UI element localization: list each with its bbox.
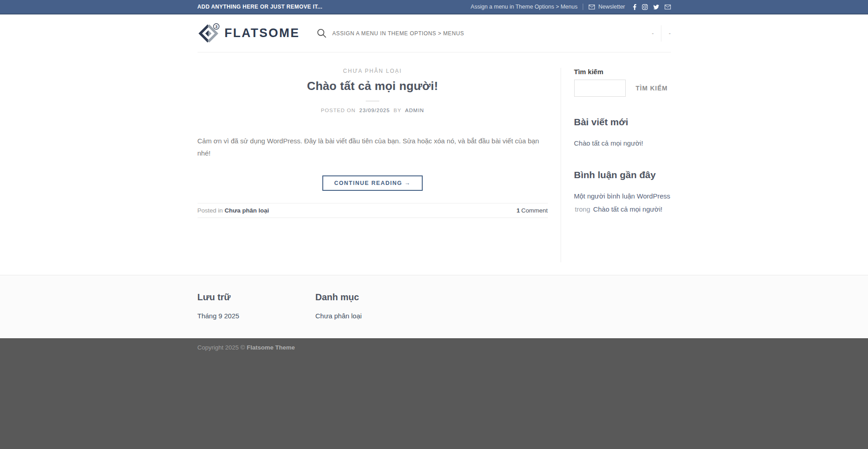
instagram-icon[interactable] bbox=[642, 4, 648, 10]
search-widget: Tìm kiếm TÌM KIẾM bbox=[574, 68, 671, 97]
comments-link[interactable]: 1Comment bbox=[516, 207, 547, 214]
newsletter-label: Newsletter bbox=[598, 4, 625, 10]
account-link[interactable]: - bbox=[652, 30, 654, 37]
header-menu-notice[interactable]: ASSIGN A MENU IN THEME OPTIONS > MENUS bbox=[332, 30, 464, 37]
recent-posts-title: Bài viết mới bbox=[574, 117, 671, 128]
envelope-icon bbox=[589, 5, 595, 9]
recent-comments-title: Bình luận gần đây bbox=[574, 170, 671, 180]
site-logo[interactable]: 3 FLATSOME bbox=[198, 23, 300, 44]
main-content: CHƯA PHÂN LOẠI Chào tất cả mọi người! PO… bbox=[0, 52, 868, 275]
categories-widget: Danh mục Chưa phân loại bbox=[316, 292, 434, 320]
comments-label: Comment bbox=[521, 207, 548, 214]
assign-menu-link[interactable]: Assign a menu in Theme Options > Menus bbox=[471, 4, 577, 10]
twitter-icon[interactable] bbox=[653, 4, 659, 10]
recent-comment-item: Một người bình luận WordPress trong Chào… bbox=[574, 189, 671, 216]
categories-title: Danh mục bbox=[316, 292, 434, 302]
post-category-link[interactable]: CHƯA PHÂN LOẠI bbox=[343, 68, 402, 74]
flatsome-diamond-icon: 3 bbox=[198, 23, 220, 44]
by-label: BY bbox=[394, 108, 401, 113]
comment-connector: trong bbox=[575, 205, 590, 213]
posted-on-label: POSTED ON bbox=[321, 108, 356, 113]
posted-in: Posted inChưa phân loại bbox=[198, 207, 269, 214]
facebook-icon[interactable] bbox=[633, 4, 637, 10]
title-divider bbox=[366, 100, 379, 102]
blog-post: CHƯA PHÂN LOẠI Chào tất cả mọi người! PO… bbox=[198, 68, 561, 262]
search-widget-title: Tìm kiếm bbox=[574, 68, 671, 76]
post-excerpt: Cảm ơn vì đã sử dụng WordPress. Đây là b… bbox=[198, 135, 548, 159]
archives-widget: Lưu trữ Tháng 9 2025 bbox=[198, 292, 316, 320]
sidebar: Tìm kiếm TÌM KIẾM Bài viết mới Chào tất … bbox=[561, 68, 671, 262]
site-header: 3 FLATSOME ASSIGN A MENU IN THEME OPTION… bbox=[0, 14, 868, 52]
post-footer-meta: Posted inChưa phân loại 1Comment bbox=[198, 203, 548, 218]
logo-text: FLATSOME bbox=[225, 26, 300, 40]
posted-in-category-link[interactable]: Chưa phân loại bbox=[225, 207, 269, 214]
category-link[interactable]: Chưa phân loại bbox=[316, 312, 362, 320]
recent-post-link[interactable]: Chào tất cả mọi người! bbox=[574, 139, 643, 147]
post-meta: POSTED ON 23/09/2025 BY ADMIN bbox=[198, 108, 548, 113]
post-category: CHƯA PHÂN LOẠI bbox=[198, 68, 548, 74]
recent-posts-widget: Bài viết mới Chào tất cả mọi người! bbox=[574, 117, 671, 150]
search-input[interactable] bbox=[574, 80, 626, 97]
copyright-text: Copyright 2025 © bbox=[198, 344, 245, 351]
cart-link[interactable]: - bbox=[669, 30, 670, 37]
post-title: Chào tất cả mọi người! bbox=[198, 79, 548, 93]
continue-reading-button[interactable]: CONTINUE READING → bbox=[322, 175, 422, 191]
comment-post-link[interactable]: Chào tất cả mọi người! bbox=[593, 205, 662, 213]
header-divider bbox=[661, 25, 661, 42]
copyright-brand: Flatsome Theme bbox=[247, 344, 295, 351]
search-icon[interactable] bbox=[317, 28, 326, 38]
newsletter-link[interactable]: Newsletter bbox=[589, 4, 625, 10]
search-submit-button[interactable]: TÌM KIẾM bbox=[635, 80, 669, 97]
recent-comments-widget: Bình luận gần đây Một người bình luận Wo… bbox=[574, 170, 671, 216]
top-bar: ADD ANYTHING HERE OR JUST REMOVE IT... A… bbox=[0, 0, 868, 14]
logo-badge: 3 bbox=[215, 24, 217, 28]
archive-link[interactable]: Tháng 9 2025 bbox=[198, 312, 240, 320]
copyright-bar: Copyright 2025 ©Flatsome Theme bbox=[0, 338, 868, 449]
topbar-divider bbox=[583, 4, 583, 10]
comments-count: 1 bbox=[516, 207, 520, 214]
comment-author-link[interactable]: Một người bình luận WordPress bbox=[574, 192, 670, 200]
email-icon[interactable] bbox=[665, 5, 671, 9]
post-author-link[interactable]: ADMIN bbox=[405, 108, 424, 113]
topbar-message: ADD ANYTHING HERE OR JUST REMOVE IT... bbox=[198, 4, 323, 10]
posted-in-label: Posted in bbox=[198, 207, 223, 214]
post-date-link[interactable]: 23/09/2025 bbox=[359, 108, 390, 113]
archives-title: Lưu trữ bbox=[198, 292, 316, 302]
footer: Lưu trữ Tháng 9 2025 Danh mục Chưa phân … bbox=[0, 275, 868, 338]
